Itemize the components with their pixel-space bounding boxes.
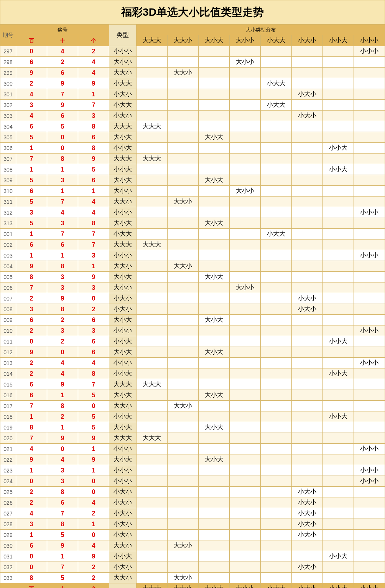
cell-dist bbox=[292, 422, 323, 433]
header-type-4: 小大大 bbox=[261, 35, 292, 46]
cell-dist bbox=[168, 390, 199, 401]
cell-type: 大大小 bbox=[109, 401, 137, 411]
cell-digit-0: 0 bbox=[16, 551, 47, 562]
cell-period: 306 bbox=[0, 143, 16, 154]
cell-dist bbox=[261, 132, 292, 143]
cell-digit-2: 4 bbox=[78, 497, 109, 508]
cell-dist: 小大小 bbox=[292, 111, 323, 121]
cell-dist bbox=[230, 347, 261, 358]
cell-dist: 小大小 bbox=[292, 293, 323, 304]
cell-dist bbox=[199, 143, 230, 154]
cell-period: 016 bbox=[0, 390, 16, 401]
cell-dist bbox=[230, 562, 261, 573]
cell-dist bbox=[261, 508, 292, 519]
cell-dist bbox=[292, 68, 323, 78]
cell-dist bbox=[199, 121, 230, 132]
cell-dist: 小小大 bbox=[323, 164, 354, 175]
cell-dist bbox=[230, 197, 261, 207]
cell-dist bbox=[137, 218, 168, 229]
cell-digit-0: 1 bbox=[16, 250, 47, 261]
cell-dist bbox=[137, 46, 168, 57]
cell-dist bbox=[199, 78, 230, 89]
cell-dist bbox=[230, 239, 261, 250]
cell-digit-1: 6 bbox=[47, 239, 78, 250]
cell-digit-2: 2 bbox=[78, 562, 109, 573]
cell-digit-0: 5 bbox=[16, 175, 47, 186]
cell-dist bbox=[323, 540, 354, 551]
cell-digit-2: 4 bbox=[78, 197, 109, 207]
cell-dist bbox=[137, 497, 168, 508]
cell-digit-1: 1 bbox=[47, 164, 78, 175]
cell-digit-0: 4 bbox=[16, 89, 47, 100]
cell-dist bbox=[137, 282, 168, 293]
cell-digit-1: 8 bbox=[47, 401, 78, 411]
cell-dist: 小小大 bbox=[323, 143, 354, 154]
cell-dist bbox=[292, 401, 323, 411]
header-prize: 奖号 bbox=[16, 25, 109, 35]
cell-dist: 大大大 bbox=[137, 239, 168, 250]
cell-dist bbox=[137, 89, 168, 100]
cell-period: 022 bbox=[0, 454, 16, 465]
cell-dist: 小大大 bbox=[261, 229, 292, 239]
cell-dist bbox=[323, 519, 354, 530]
cell-dist bbox=[354, 530, 385, 540]
cell-dist bbox=[137, 304, 168, 315]
cell-dist bbox=[199, 282, 230, 293]
cell-dist bbox=[354, 100, 385, 111]
cell-period: 023 bbox=[0, 465, 16, 476]
cell-digit-0: 9 bbox=[16, 68, 47, 78]
cell-dist bbox=[354, 562, 385, 573]
cell-dist bbox=[230, 304, 261, 315]
cell-dist bbox=[354, 229, 385, 239]
cell-period: 304 bbox=[0, 121, 16, 132]
cell-dist bbox=[292, 379, 323, 390]
table-row: 303463小大小小大小 bbox=[0, 111, 385, 121]
cell-digit-1: 4 bbox=[47, 46, 78, 57]
cell-dist bbox=[292, 207, 323, 218]
cell-dist: 小大小 bbox=[292, 519, 323, 530]
cell-dist bbox=[323, 57, 354, 68]
cell-digit-2: 1 bbox=[78, 444, 109, 454]
cell-dist bbox=[261, 465, 292, 476]
cell-dist bbox=[137, 551, 168, 562]
cell-dist bbox=[168, 57, 199, 68]
cell-type: 小大小 bbox=[109, 293, 137, 304]
cell-period: 297 bbox=[0, 46, 16, 57]
cell-type: 小小小 bbox=[109, 476, 137, 487]
cell-digit-0: 1 bbox=[16, 530, 47, 540]
cell-dist bbox=[168, 325, 199, 336]
cell-dist bbox=[323, 325, 354, 336]
cell-dist bbox=[354, 368, 385, 379]
cell-dist bbox=[354, 336, 385, 347]
table-row: 013244小小小小小小 bbox=[0, 358, 385, 368]
cell-type: 大小大 bbox=[109, 454, 137, 465]
cell-dist bbox=[137, 411, 168, 422]
cell-digit-2: 2 bbox=[78, 573, 109, 583]
header-type-0: 大大大 bbox=[137, 35, 168, 46]
cell-dist bbox=[261, 358, 292, 368]
cell-type: 小小大 bbox=[109, 336, 137, 347]
cell-type: 大大大 bbox=[109, 239, 137, 250]
cell-dist bbox=[199, 111, 230, 121]
cell-digit-0: 6 bbox=[16, 57, 47, 68]
cell-dist bbox=[168, 422, 199, 433]
cell-digit-2: 6 bbox=[78, 132, 109, 143]
cell-dist bbox=[292, 175, 323, 186]
cell-digit-1: 1 bbox=[47, 422, 78, 433]
cell-dist bbox=[323, 508, 354, 519]
cell-digit-0: 6 bbox=[16, 540, 47, 551]
cell-dist: 小小小 bbox=[354, 207, 385, 218]
cell-digit-0: 5 bbox=[16, 197, 47, 207]
cell-dist bbox=[199, 476, 230, 487]
cell-dist: 大小大 bbox=[199, 132, 230, 143]
cell-dist bbox=[230, 444, 261, 454]
table-row: 009626大小大大小大 bbox=[0, 315, 385, 325]
cell-type: 大小大 bbox=[109, 315, 137, 325]
cell-digit-0: 6 bbox=[16, 239, 47, 250]
cell-digit-2: 4 bbox=[78, 358, 109, 368]
cell-dist bbox=[137, 250, 168, 261]
cell-dist: 小小小 bbox=[354, 358, 385, 368]
cell-digit-2: 6 bbox=[78, 347, 109, 358]
cell-period: 011 bbox=[0, 336, 16, 347]
cell-digit-2: 9 bbox=[78, 154, 109, 164]
